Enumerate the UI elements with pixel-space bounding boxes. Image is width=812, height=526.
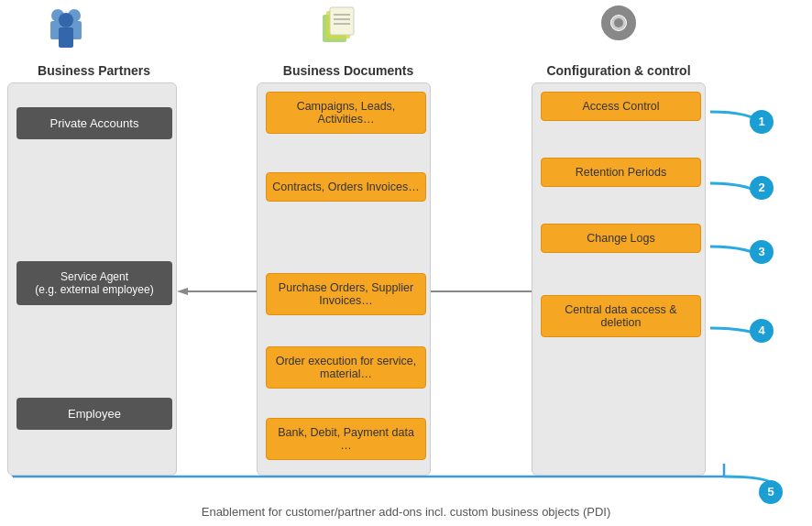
cc-central-data-box: Central data access & deletion — [541, 295, 701, 337]
bd-purchase-orders-box: Purchase Orders, Supplier Invoices… — [266, 273, 426, 315]
svg-rect-2 — [67, 21, 82, 39]
badge-2: 2 — [750, 176, 774, 200]
badge-5: 5 — [759, 480, 783, 504]
badge-1: 1 — [750, 110, 774, 134]
private-accounts-box: Private Accounts — [16, 107, 172, 139]
svg-rect-22 — [624, 27, 631, 35]
cc-retention-periods-box: Retention Periods — [541, 158, 701, 187]
svg-rect-0 — [50, 21, 65, 39]
svg-rect-8 — [330, 7, 354, 35]
svg-point-14 — [614, 18, 623, 27]
service-agent-box: Service Agent(e.g. external employee) — [16, 261, 172, 305]
svg-rect-7 — [326, 11, 350, 38]
svg-rect-20 — [624, 9, 631, 16]
svg-point-1 — [51, 9, 64, 22]
svg-point-13 — [611, 16, 626, 30]
cc-change-logs-box: Change Logs — [541, 224, 701, 253]
business-partners-header: Business Partners — [9, 62, 179, 79]
svg-rect-4 — [59, 27, 73, 48]
svg-rect-16 — [616, 34, 621, 39]
config-control-header: Configuration & control — [532, 62, 706, 79]
svg-rect-19 — [606, 9, 613, 16]
bd-campaigns-box: Campaigns, Leads, Activities… — [266, 92, 426, 134]
svg-rect-21 — [606, 27, 613, 35]
bottom-label: Enablement for customer/partner add-ons … — [202, 505, 611, 519]
svg-rect-17 — [604, 20, 609, 26]
svg-rect-15 — [616, 6, 621, 12]
employee-box: Employee — [16, 398, 172, 430]
badge-3: 3 — [750, 240, 774, 264]
svg-rect-6 — [323, 15, 346, 42]
svg-point-3 — [68, 9, 81, 22]
config-control-panel — [532, 82, 706, 476]
svg-point-12 — [606, 10, 631, 36]
bd-order-execution-box: Order execution for service, material… — [266, 346, 426, 389]
cc-access-control-box: Access Control — [541, 92, 701, 121]
diagram-container: Business Partners Private Accounts Servi… — [0, 0, 812, 526]
svg-marker-32 — [177, 288, 188, 295]
svg-point-5 — [59, 13, 73, 27]
badge-4: 4 — [750, 319, 774, 343]
business-documents-header: Business Documents — [261, 62, 435, 79]
svg-rect-18 — [630, 20, 635, 26]
bd-contracts-box: Contracts, Orders Invoices… — [266, 172, 426, 202]
bd-bank-box: Bank, Debit, Payment data … — [266, 418, 426, 460]
